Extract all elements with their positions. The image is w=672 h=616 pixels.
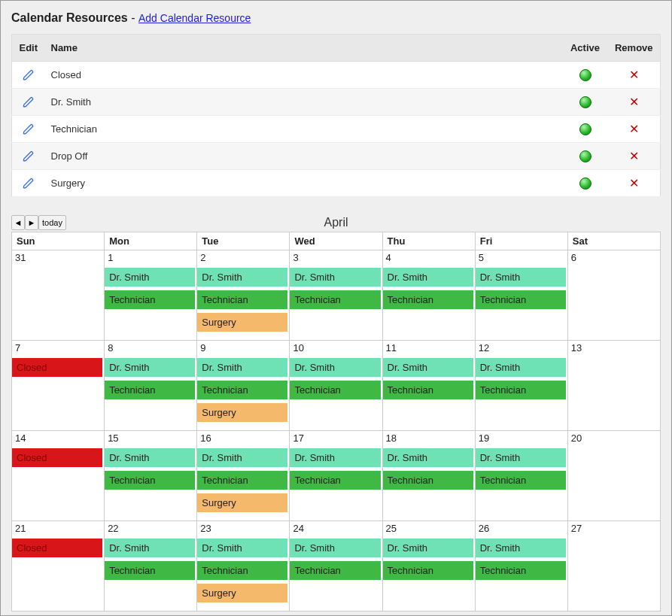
calendar-day-cell[interactable]: 5Dr. SmithTechnician xyxy=(475,250,567,341)
calendar-event[interactable]: Technician xyxy=(290,290,380,309)
pencil-icon[interactable] xyxy=(18,150,39,162)
calendar-event[interactable]: Dr. Smith xyxy=(476,358,566,377)
calendar-event[interactable]: Technician xyxy=(290,471,380,490)
calendar-day-cell[interactable]: 19Dr. SmithTechnician xyxy=(475,431,567,521)
active-status-icon[interactable] xyxy=(579,96,591,108)
calendar-event[interactable]: Dr. Smith xyxy=(197,358,287,377)
active-status-icon[interactable] xyxy=(579,123,591,135)
calendar-prev-button[interactable]: ◄ xyxy=(11,215,25,230)
calendar-event[interactable]: Surgery xyxy=(197,493,287,512)
calendar-day-number: 23 xyxy=(197,521,289,539)
calendar-event[interactable]: Dr. Smith xyxy=(290,448,380,467)
calendar-day-cell[interactable]: 27 xyxy=(567,521,660,611)
calendar-day-cell[interactable]: 24Dr. SmithTechnician xyxy=(290,521,382,611)
calendar-day-cell[interactable]: 8Dr. SmithTechnician xyxy=(105,341,197,431)
remove-icon[interactable]: ✕ xyxy=(629,95,639,109)
calendar-event[interactable]: Technician xyxy=(290,381,380,399)
calendar-event[interactable]: Dr. Smith xyxy=(383,448,473,467)
calendar-day-cell[interactable]: 20 xyxy=(567,431,660,521)
calendar-day-cell[interactable]: 7Closed xyxy=(12,341,105,431)
calendar-day-cell[interactable]: 26Dr. SmithTechnician xyxy=(475,521,567,611)
calendar-day-cell[interactable]: 18Dr. SmithTechnician xyxy=(382,431,475,521)
calendar-event[interactable]: Dr. Smith xyxy=(383,268,473,287)
calendar-event[interactable]: Technician xyxy=(105,381,195,399)
calendar-day-cell[interactable]: 13 xyxy=(567,341,660,431)
calendar-event[interactable]: Technician xyxy=(476,561,566,580)
calendar-event[interactable]: Dr. Smith xyxy=(105,539,195,557)
calendar-event[interactable]: Surgery xyxy=(197,403,287,422)
calendar-day-cell[interactable]: 4Dr. SmithTechnician xyxy=(382,250,475,341)
calendar-day-header: Thu xyxy=(382,232,475,250)
active-status-icon[interactable] xyxy=(579,178,591,190)
calendar-event[interactable]: Dr. Smith xyxy=(383,358,473,377)
calendar-event[interactable]: Dr. Smith xyxy=(476,448,566,467)
remove-icon[interactable]: ✕ xyxy=(629,122,639,136)
calendar-event[interactable]: Technician xyxy=(476,471,566,490)
calendar-day-cell[interactable]: 17Dr. SmithTechnician xyxy=(290,431,382,521)
calendar-event[interactable]: Surgery xyxy=(197,584,287,602)
calendar-today-button[interactable]: today xyxy=(38,215,66,230)
calendar-day-cell[interactable]: 1Dr. SmithTechnician xyxy=(105,250,197,341)
calendar-event[interactable]: Technician xyxy=(476,381,566,399)
calendar-event[interactable]: Technician xyxy=(197,290,287,309)
calendar-day-cell[interactable]: 16Dr. SmithTechnicianSurgery xyxy=(197,431,290,521)
calendar-event[interactable]: Dr. Smith xyxy=(290,539,380,557)
calendar-event[interactable]: Technician xyxy=(476,290,566,309)
calendar-day-cell[interactable]: 15Dr. SmithTechnician xyxy=(105,431,197,521)
calendar-event[interactable]: Technician xyxy=(383,471,473,490)
pencil-icon[interactable] xyxy=(18,123,39,135)
calendar-event[interactable]: Technician xyxy=(197,381,287,399)
add-calendar-resource-link[interactable]: Add Calendar Resource xyxy=(138,12,251,24)
calendar-day-header: Tue xyxy=(197,232,290,250)
calendar-day-cell[interactable]: 11Dr. SmithTechnician xyxy=(382,341,475,431)
calendar-event[interactable]: Dr. Smith xyxy=(383,539,473,557)
calendar-day-cell[interactable]: 12Dr. SmithTechnician xyxy=(475,341,567,431)
calendar-event[interactable]: Dr. Smith xyxy=(290,268,380,287)
calendar-event[interactable]: Technician xyxy=(197,561,287,580)
calendar-event[interactable]: Dr. Smith xyxy=(197,448,287,467)
calendar-event[interactable]: Dr. Smith xyxy=(105,448,195,467)
calendar-event[interactable]: Technician xyxy=(290,561,380,580)
calendar-day-cell[interactable]: 23Dr. SmithTechnicianSurgery xyxy=(197,521,290,611)
calendar-event[interactable]: Closed xyxy=(12,358,102,377)
remove-icon[interactable]: ✕ xyxy=(629,68,639,82)
calendar-day-cell[interactable]: 31 xyxy=(12,250,105,341)
calendar-event[interactable]: Technician xyxy=(383,561,473,580)
calendar-day-cell[interactable]: 9Dr. SmithTechnicianSurgery xyxy=(197,341,290,431)
calendar-event[interactable]: Dr. Smith xyxy=(105,268,195,287)
calendar-event[interactable]: Technician xyxy=(105,561,195,580)
calendar-day-cell[interactable]: 14Closed xyxy=(12,431,105,521)
calendar-event[interactable]: Dr. Smith xyxy=(105,358,195,377)
calendar-day-cell[interactable]: 3Dr. SmithTechnician xyxy=(290,250,382,341)
calendar-event[interactable]: Technician xyxy=(105,290,195,309)
calendar-event[interactable]: Dr. Smith xyxy=(197,268,287,287)
resource-name: Closed xyxy=(45,62,563,89)
calendar-event[interactable]: Closed xyxy=(12,539,102,557)
calendar-event[interactable]: Surgery xyxy=(197,313,287,332)
calendar-day-cell[interactable]: 2Dr. SmithTechnicianSurgery xyxy=(197,250,290,341)
calendar-day-cell[interactable]: 25Dr. SmithTechnician xyxy=(382,521,475,611)
calendar-day-number: 31 xyxy=(12,250,104,268)
calendar-day-cell[interactable]: 6 xyxy=(567,250,660,341)
active-status-icon[interactable] xyxy=(579,69,591,81)
remove-icon[interactable]: ✕ xyxy=(629,176,639,190)
remove-icon[interactable]: ✕ xyxy=(629,149,639,163)
calendar-next-button[interactable]: ► xyxy=(25,215,38,230)
calendar-event[interactable]: Closed xyxy=(12,448,102,467)
active-status-icon[interactable] xyxy=(579,150,591,162)
calendar-event[interactable]: Dr. Smith xyxy=(197,539,287,557)
pencil-icon[interactable] xyxy=(18,69,39,81)
calendar-day-cell[interactable]: 22Dr. SmithTechnician xyxy=(105,521,197,611)
calendar-event[interactable]: Dr. Smith xyxy=(290,358,380,377)
pencil-icon[interactable] xyxy=(18,96,39,108)
calendar-event[interactable]: Dr. Smith xyxy=(476,539,566,557)
calendar-event[interactable]: Technician xyxy=(383,290,473,309)
remove-cell: ✕ xyxy=(608,143,661,170)
pencil-icon[interactable] xyxy=(18,178,39,190)
calendar-day-cell[interactable]: 21Closed xyxy=(12,521,105,611)
calendar-day-cell[interactable]: 10Dr. SmithTechnician xyxy=(290,341,382,431)
calendar-event[interactable]: Technician xyxy=(197,471,287,490)
calendar-event[interactable]: Technician xyxy=(383,381,473,399)
calendar-event[interactable]: Dr. Smith xyxy=(476,268,566,287)
calendar-event[interactable]: Technician xyxy=(105,471,195,490)
